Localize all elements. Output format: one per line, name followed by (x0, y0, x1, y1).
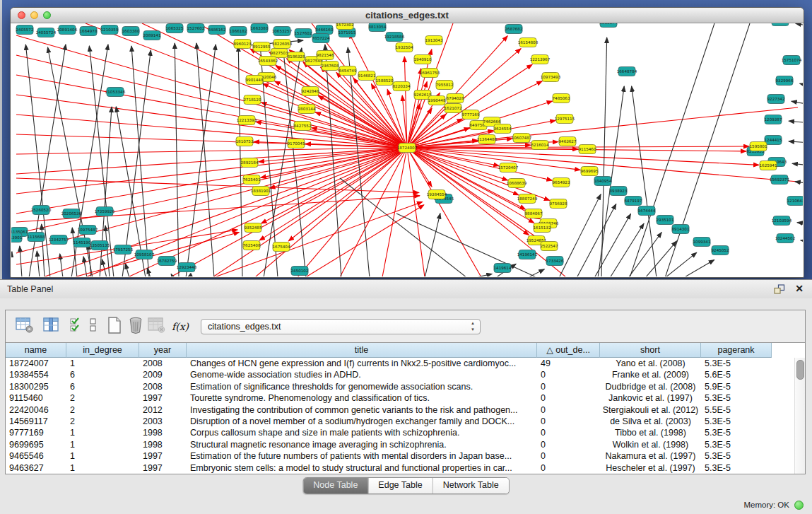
graph-node[interactable]: 1940910 (414, 55, 432, 64)
graph-node[interactable]: 9170045 (288, 139, 305, 148)
table-cell[interactable]: 0 (537, 369, 600, 380)
table-cell[interactable]: Corpus callosum shape and size in male p… (187, 427, 537, 438)
graph-node[interactable]: 3913901 (11, 233, 23, 243)
table-cell[interactable]: Wolkin et al. (1998) (600, 439, 701, 450)
table-cell[interactable]: 0 (537, 439, 600, 450)
table-cell[interactable]: 2009 (139, 369, 187, 380)
graph-node[interactable]: 12975115 (555, 115, 575, 124)
graph-node[interactable]: 1595801 (750, 142, 767, 151)
table-cell[interactable]: 9777169 (6, 427, 66, 438)
table-cell[interactable]: Structural magnetic resonance image aver… (187, 439, 537, 450)
table-cell[interactable]: Jankovic et al. (1997) (600, 392, 701, 404)
table-selector-dropdown[interactable]: citations_edges.txt ▲▼ (201, 319, 481, 334)
graph-node[interactable]: 9884067 (525, 209, 543, 218)
table-cell[interactable]: 1997 (139, 462, 187, 474)
table-cell[interactable]: 9463627 (6, 462, 66, 474)
graph-node[interactable]: 16648784 (617, 67, 637, 76)
graph-node[interactable]: 10958107 (134, 250, 155, 259)
column-header-name[interactable]: name (6, 343, 66, 358)
network-graph[interactable]: 1872400724055722405572420891406166497812… (11, 23, 803, 276)
graph-node[interactable]: 9654923 (553, 178, 570, 187)
graph-node[interactable]: 8813054 (369, 23, 387, 32)
table-cell[interactable]: 18300295 (6, 381, 66, 392)
graph-node[interactable]: 9474444 (638, 206, 656, 216)
graph-node[interactable]: 2089141 (143, 31, 161, 40)
column-header-title[interactable]: title (187, 343, 537, 358)
table-cell[interactable]: Stergiakouli et al. (2012) (600, 404, 701, 416)
graph-node[interactable]: 1209387 (765, 115, 782, 124)
table-cell[interactable]: 0 (537, 427, 600, 438)
graph-node[interactable]: 10653257 (272, 27, 293, 36)
table-cell[interactable]: Yano et al. (2008) (600, 358, 701, 369)
graph-node[interactable]: 8912955 (253, 42, 271, 52)
graph-node[interactable]: 2803144 (298, 105, 316, 114)
table-cell[interactable]: Genome-wide association studies in ADHD. (187, 369, 537, 380)
graph-node[interactable]: 9146821 (358, 71, 376, 81)
table-cell[interactable]: Tourette syndrome. Phenomenology and cla… (187, 392, 537, 404)
graph-node[interactable]: 1675404 (273, 243, 290, 252)
table-cell[interactable]: 1 (66, 450, 139, 462)
graph-node[interactable]: 8486162 (208, 25, 226, 35)
tab-network-table[interactable]: Network Table (433, 478, 509, 493)
graph-node[interactable]: 14196141 (517, 250, 538, 259)
graph-node[interactable]: 1810753 (236, 137, 254, 146)
table-cell[interactable]: 5.9E-5 (701, 381, 772, 392)
graph-node[interactable]: 1572302 (336, 23, 354, 30)
graph-node[interactable]: 1419614 (494, 264, 512, 273)
close-panel-icon[interactable]: ✕ (795, 283, 804, 294)
graph-node[interactable]: 7857224 (312, 34, 330, 43)
graph-node-hub[interactable]: 18724007 (397, 144, 418, 153)
graph-node[interactable]: 1621072 (445, 104, 462, 113)
graph-node[interactable]: 10688639 (507, 179, 527, 188)
function-builder-icon[interactable]: f(x) (172, 321, 189, 332)
graph-node[interactable]: 1210643 (787, 197, 803, 206)
graph-node[interactable]: 6794028 (447, 94, 464, 103)
table-cell[interactable]: 2003 (139, 416, 187, 427)
table-cell[interactable]: Franke et al. (2009) (600, 369, 701, 380)
table-options-icon[interactable] (16, 317, 34, 337)
graph-node[interactable]: 16782759 (157, 257, 177, 266)
graph-node[interactable]: 21364486 (477, 135, 498, 144)
graph-node[interactable]: 1990448 (428, 96, 446, 105)
graph-node[interactable]: 7485063 (553, 94, 570, 103)
graph-node[interactable]: 1527602 (187, 24, 205, 33)
graph-node[interactable]: 9245052 (712, 246, 729, 255)
tab-edge-table[interactable]: Edge Table (367, 478, 432, 493)
graph-node[interactable]: 1244415 (765, 136, 782, 145)
table-cell[interactable]: 2012 (139, 404, 187, 416)
table-scrollbar[interactable] (794, 358, 805, 474)
float-panel-icon[interactable] (774, 284, 785, 294)
column-header-in_degree[interactable]: in_degree (66, 343, 139, 358)
column-header-short[interactable]: short (600, 343, 701, 358)
table-cell[interactable]: Changes of HCN gene expression and I(f) … (187, 358, 537, 369)
table-cell[interactable]: 1997 (139, 392, 187, 404)
graph-node[interactable]: 9756928 (550, 199, 567, 209)
graph-node[interactable]: 1663380 (251, 24, 269, 33)
table-cell[interactable]: Investigating the contribution of common… (187, 404, 537, 416)
graph-node[interactable]: 2935101 (657, 216, 674, 225)
graph-node[interactable]: 9352485 (245, 223, 262, 233)
graph-node[interactable]: 7625401 (243, 175, 261, 185)
graph-node[interactable]: 1625941 (760, 161, 777, 170)
graph-node[interactable]: 1145190 (73, 238, 91, 247)
table-cell[interactable]: 5.5E-5 (701, 404, 772, 416)
graph-node[interactable]: 1932504 (396, 43, 413, 52)
table-cell[interactable]: Dudbridge et al. (2008) (600, 381, 701, 392)
graph-node[interactable]: 9227342 (767, 95, 785, 104)
table-cell[interactable]: 0 (537, 404, 600, 416)
delete-rows-trash-icon[interactable] (127, 316, 144, 337)
graph-node[interactable]: 1115688 (28, 233, 45, 242)
table-cell[interactable]: 2008 (139, 358, 187, 369)
graph-node[interactable]: 1210359 (101, 25, 119, 35)
graph-node[interactable]: 12342757 (49, 235, 69, 245)
graph-node[interactable]: 10975487 (78, 226, 98, 235)
graph-node[interactable]: 18381901 (251, 187, 271, 196)
table-cell[interactable]: Embryonic stem cells: a model to study s… (187, 462, 537, 474)
table-cell[interactable]: 5.3E-5 (701, 462, 772, 474)
graph-node[interactable]: 12103594 (772, 216, 792, 226)
table-cell[interactable]: 1998 (139, 439, 187, 450)
table-cell[interactable]: 5.3E-5 (701, 450, 772, 462)
graph-node[interactable]: 6479197 (625, 197, 642, 206)
graph-node[interactable]: 13505135 (90, 241, 110, 250)
table-cell[interactable]: 0 (537, 381, 600, 392)
